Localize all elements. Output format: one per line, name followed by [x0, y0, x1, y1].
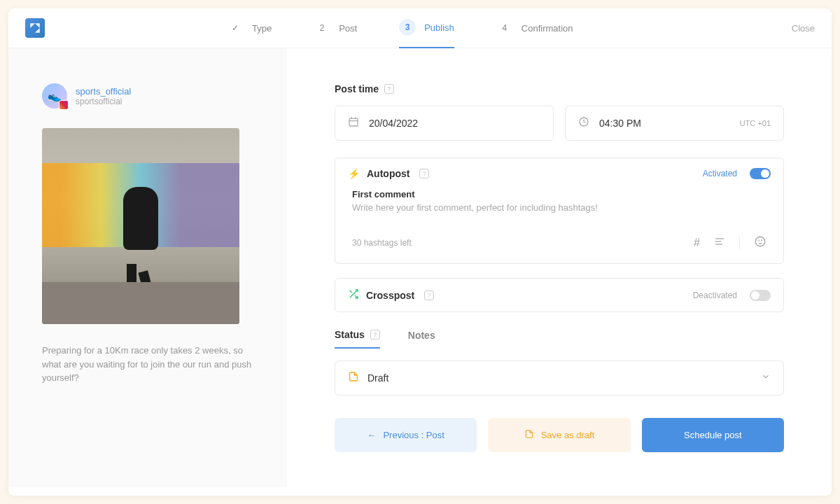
- clock-icon: [578, 116, 589, 130]
- header: ✓ Type 2 Post 3 Publish 4 Confirmation C…: [8, 8, 832, 48]
- help-icon[interactable]: ?: [424, 290, 434, 300]
- post-caption: Preparing for a 10Km race only takes 2 w…: [42, 344, 253, 385]
- document-icon: [348, 371, 359, 385]
- check-icon: ✓: [227, 20, 244, 36]
- action-bar: ← Previous : Post Save as draft Schedule…: [335, 418, 784, 452]
- hashtag-icon[interactable]: #: [694, 237, 700, 249]
- svg-line-13: [350, 290, 352, 293]
- svg-point-9: [758, 240, 759, 241]
- timezone-label: UTC +01: [740, 119, 771, 127]
- account-info: 👟 sports_official sportsofficial: [42, 83, 253, 108]
- tab-status[interactable]: Status ?: [335, 329, 380, 349]
- first-comment-label: First comment: [352, 189, 766, 200]
- save-draft-button[interactable]: Save as draft: [488, 418, 630, 452]
- step-post[interactable]: 2 Post: [314, 20, 357, 36]
- help-icon[interactable]: ?: [384, 84, 394, 94]
- step-type[interactable]: ✓ Type: [227, 20, 272, 36]
- preview-sidebar: 👟 sports_official sportsofficial Prepari…: [8, 48, 287, 487]
- main-panel: Post time ? 20/04/2022 04:30 PM UTC +01: [287, 48, 832, 487]
- autopost-toggle[interactable]: [750, 168, 771, 179]
- help-icon[interactable]: ?: [370, 330, 380, 340]
- wizard-steps: ✓ Type 2 Post 3 Publish 4 Confirmation: [227, 19, 573, 37]
- crosspost-toggle[interactable]: [750, 290, 771, 301]
- autopost-status: Activated: [703, 169, 737, 178]
- post-time-label: Post time ?: [335, 83, 784, 94]
- lightning-icon: ⚡: [348, 168, 360, 179]
- align-icon[interactable]: [714, 236, 725, 250]
- document-icon: [524, 429, 534, 441]
- date-input[interactable]: 20/04/2022: [335, 106, 554, 141]
- account-handle: sportsofficial: [76, 97, 131, 106]
- first-comment-input[interactable]: Write here your first comment, perfect f…: [352, 202, 766, 213]
- calendar-icon: [348, 116, 359, 130]
- close-button[interactable]: Close: [792, 23, 815, 34]
- account-name: sports_official: [76, 86, 131, 97]
- step-confirmation[interactable]: 4 Confirmation: [496, 20, 573, 36]
- help-icon[interactable]: ?: [419, 169, 429, 178]
- emoji-icon[interactable]: [754, 235, 766, 251]
- previous-button[interactable]: ← Previous : Post: [335, 418, 477, 452]
- crosspost-status: Deactivated: [693, 290, 737, 300]
- time-input[interactable]: 04:30 PM UTC +01: [565, 106, 784, 141]
- tab-notes[interactable]: Notes: [408, 329, 435, 349]
- post-preview-image: [42, 128, 239, 324]
- tabs: Status ? Notes: [335, 329, 784, 349]
- schedule-post-button[interactable]: Schedule post: [642, 418, 784, 452]
- arrow-left-icon: ←: [367, 430, 376, 440]
- svg-rect-0: [349, 118, 358, 126]
- instagram-badge-icon: [59, 100, 69, 110]
- autopost-card: ⚡ Autopost ? Activated First comment Wri…: [335, 158, 784, 264]
- hashtag-count: 30 hashtags left: [352, 238, 412, 248]
- chevron-down-icon: [761, 372, 771, 384]
- app-logo[interactable]: [25, 18, 45, 38]
- avatar[interactable]: 👟: [42, 83, 67, 108]
- crosspost-card: Crosspost ? Deactivated: [335, 278, 784, 312]
- shuffle-icon: [348, 288, 359, 302]
- svg-point-8: [755, 237, 765, 246]
- status-dropdown[interactable]: Draft: [335, 360, 784, 396]
- svg-point-10: [762, 240, 762, 241]
- step-publish[interactable]: 3 Publish: [399, 19, 454, 48]
